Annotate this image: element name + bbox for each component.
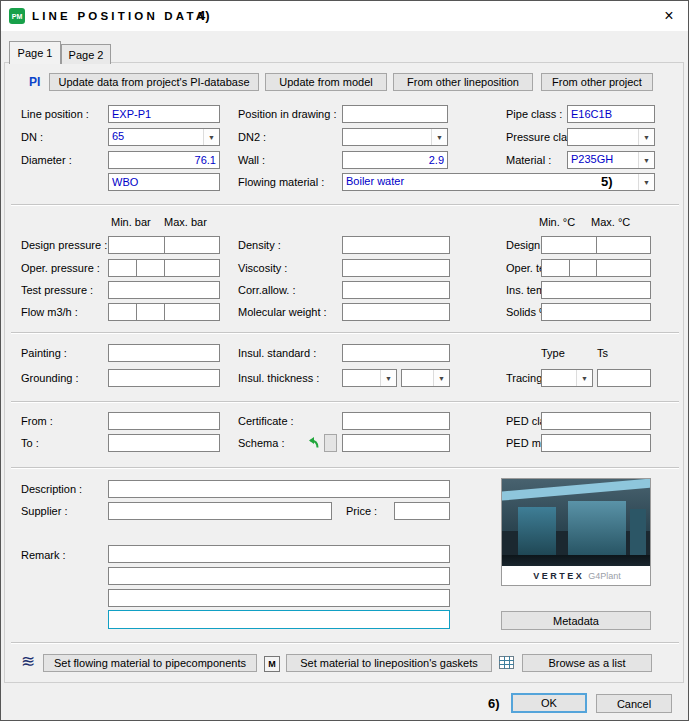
from-input[interactable] bbox=[108, 412, 220, 430]
flow-mid-input[interactable] bbox=[137, 304, 165, 320]
schema-label: Schema : bbox=[238, 437, 284, 449]
schema-input[interactable] bbox=[342, 434, 450, 452]
pressure-class-select[interactable]: ▼ bbox=[567, 128, 655, 146]
design-temp-min-input[interactable] bbox=[542, 237, 597, 253]
pipe-class-input[interactable] bbox=[567, 105, 655, 123]
description-input[interactable] bbox=[108, 480, 450, 498]
tab-page-1[interactable]: Page 1 bbox=[9, 41, 61, 64]
cancel-button[interactable]: Cancel bbox=[596, 694, 672, 713]
min-c-header: Min. °C bbox=[539, 216, 575, 228]
browse-as-list-button[interactable]: Browse as a list bbox=[522, 654, 652, 672]
dn-select[interactable]: 65 ▼ bbox=[108, 128, 220, 146]
oper-pressure-inputs bbox=[108, 259, 220, 277]
schema-browse-button[interactable] bbox=[324, 434, 337, 452]
material-label: Material : bbox=[506, 154, 551, 166]
chevron-down-icon[interactable]: ▼ bbox=[638, 174, 654, 190]
ins-temp-input[interactable] bbox=[541, 281, 651, 299]
price-input[interactable] bbox=[394, 502, 450, 520]
painting-label: Painting : bbox=[21, 347, 67, 359]
remark-input-4[interactable] bbox=[108, 610, 450, 629]
oper-pressure-min-input[interactable] bbox=[109, 260, 137, 276]
oper-pressure-max-input[interactable] bbox=[165, 260, 219, 276]
diameter-input[interactable] bbox=[108, 151, 220, 169]
diameter-label: Diameter : bbox=[21, 154, 72, 166]
dn2-select[interactable]: ▼ bbox=[342, 128, 448, 146]
g4plant-wordmark: G4Plant bbox=[588, 571, 621, 581]
flow-inputs bbox=[108, 303, 220, 321]
insul-standard-input[interactable] bbox=[342, 344, 450, 362]
flow-max-input[interactable] bbox=[165, 304, 219, 320]
test-pressure-input[interactable] bbox=[108, 281, 220, 299]
insul-thickness-select-2[interactable]: ▼ bbox=[401, 369, 450, 387]
code-input[interactable] bbox=[108, 173, 220, 191]
grounding-input[interactable] bbox=[108, 369, 220, 387]
ped-class-input[interactable] bbox=[541, 412, 651, 430]
schema-open-icon[interactable] bbox=[305, 435, 321, 451]
set-flowing-material-button[interactable]: Set flowing material to pipecomponents bbox=[43, 654, 257, 672]
tracing-type-select[interactable]: ▼ bbox=[541, 369, 593, 387]
viscosity-input[interactable] bbox=[342, 259, 450, 277]
chevron-down-icon[interactable]: ▼ bbox=[380, 370, 396, 386]
painting-input[interactable] bbox=[108, 344, 220, 362]
molecular-weight-input[interactable] bbox=[342, 303, 450, 321]
remark-input-3[interactable] bbox=[108, 589, 450, 607]
solids-input[interactable] bbox=[541, 303, 651, 321]
test-pressure-label: Test pressure : bbox=[21, 284, 93, 296]
corr-allow-input[interactable] bbox=[342, 281, 450, 299]
window-title: LINE POSITION DATA bbox=[32, 10, 207, 22]
close-icon[interactable]: × bbox=[654, 1, 684, 31]
oper-temp-mid-input[interactable] bbox=[570, 260, 598, 276]
tab-page-2[interactable]: Page 2 bbox=[61, 44, 111, 64]
from-other-lineposition-button[interactable]: From other lineposition bbox=[393, 73, 533, 91]
certificate-input[interactable] bbox=[342, 412, 450, 430]
price-label: Price : bbox=[346, 505, 377, 517]
design-pressure-max-input[interactable] bbox=[165, 237, 220, 253]
material-value: P235GH bbox=[568, 152, 638, 168]
chevron-down-icon[interactable]: ▼ bbox=[576, 370, 592, 386]
insul-thickness-select-1[interactable]: ▼ bbox=[342, 369, 397, 387]
product-photo: VERTEX G4Plant bbox=[501, 478, 651, 586]
dn-label: DN : bbox=[21, 131, 43, 143]
from-other-project-button[interactable]: From other project bbox=[541, 73, 653, 91]
oper-temp-min-input[interactable] bbox=[542, 260, 570, 276]
design-temp-max-input[interactable] bbox=[597, 237, 651, 253]
oper-temp-max-input[interactable] bbox=[597, 260, 650, 276]
ped-module-input[interactable] bbox=[541, 434, 651, 452]
material-select[interactable]: P235GH ▼ bbox=[567, 151, 655, 169]
dn-value: 65 bbox=[109, 129, 203, 145]
line-position-input[interactable] bbox=[108, 105, 220, 123]
app-icon: PM bbox=[9, 8, 25, 24]
description-label: Description : bbox=[21, 483, 82, 495]
insul-thickness-label: Insul. thickness : bbox=[238, 372, 319, 384]
supplier-input[interactable] bbox=[108, 502, 332, 520]
design-pressure-label: Design pressure : bbox=[21, 239, 107, 251]
to-input[interactable] bbox=[108, 434, 220, 452]
viscosity-label: Viscosity : bbox=[238, 262, 287, 274]
set-material-gaskets-button[interactable]: Set material to lineposition's gaskets bbox=[286, 654, 492, 672]
chevron-down-icon[interactable]: ▼ bbox=[431, 129, 447, 145]
position-in-drawing-label: Position in drawing : bbox=[238, 108, 336, 120]
oper-pressure-mid-input[interactable] bbox=[137, 260, 165, 276]
update-from-model-button[interactable]: Update from model bbox=[265, 73, 387, 91]
remark-input-1[interactable] bbox=[108, 545, 450, 563]
flow-min-input[interactable] bbox=[109, 304, 137, 320]
design-temp-inputs bbox=[541, 236, 651, 254]
type-header: Type bbox=[541, 347, 565, 359]
oper-pressure-label: Oper. pressure : bbox=[21, 262, 100, 274]
update-pi-database-button[interactable]: Update data from project's PI-database bbox=[49, 73, 259, 91]
remark-input-2[interactable] bbox=[108, 567, 450, 585]
chevron-down-icon[interactable]: ▼ bbox=[638, 152, 654, 168]
ok-button[interactable]: OK bbox=[511, 693, 587, 713]
position-in-drawing-input[interactable] bbox=[342, 105, 448, 123]
density-input[interactable] bbox=[342, 236, 450, 254]
supplier-label: Supplier : bbox=[21, 505, 67, 517]
chevron-down-icon[interactable]: ▼ bbox=[638, 129, 654, 145]
tracing-ts-input[interactable] bbox=[597, 369, 651, 387]
separator bbox=[11, 467, 679, 469]
wall-input[interactable] bbox=[342, 151, 448, 169]
chevron-down-icon[interactable]: ▼ bbox=[203, 129, 219, 145]
chevron-down-icon[interactable]: ▼ bbox=[433, 370, 449, 386]
design-pressure-min-input[interactable] bbox=[109, 237, 165, 253]
metadata-button[interactable]: Metadata bbox=[501, 611, 651, 630]
max-bar-header: Max. bar bbox=[164, 216, 207, 228]
